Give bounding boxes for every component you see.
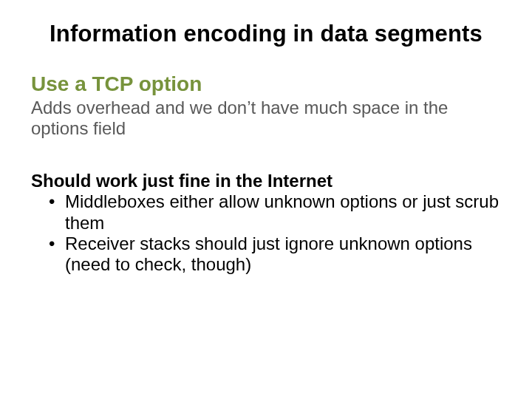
section-subheading: Use a TCP option bbox=[31, 72, 501, 96]
bullet-list: Middleboxes either allow unknown options… bbox=[31, 191, 501, 275]
slide: Information encoding in data segments Us… bbox=[0, 0, 532, 399]
list-item: Middleboxes either allow unknown options… bbox=[65, 191, 501, 233]
section-description: Adds overhead and we don’t have much spa… bbox=[31, 98, 501, 138]
list-item: Receiver stacks should just ignore unkno… bbox=[65, 233, 501, 276]
slide-title: Information encoding in data segments bbox=[31, 21, 501, 47]
point-heading: Should work just fine in the Internet bbox=[31, 171, 501, 191]
